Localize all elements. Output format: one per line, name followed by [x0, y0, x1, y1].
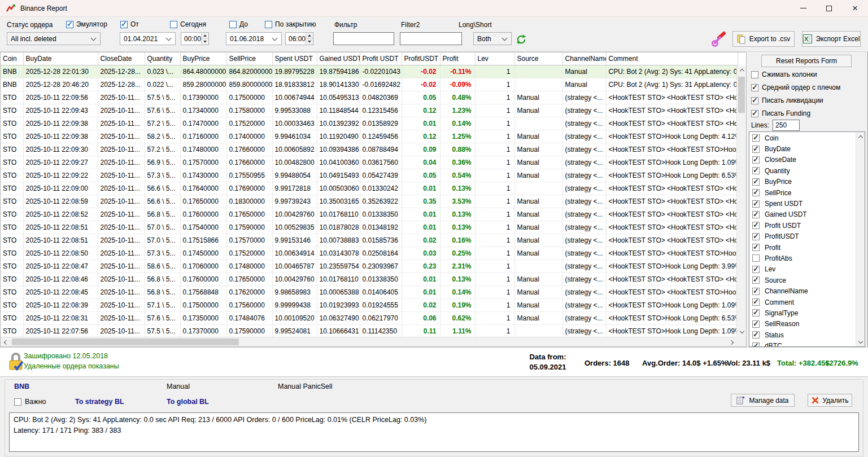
cell-quantity[interactable]: 56.6 \ 5...	[145, 195, 180, 208]
checkbox-box[interactable]	[752, 244, 760, 251]
cell-source[interactable]	[514, 65, 562, 78]
cell-buydate[interactable]: 2025-10-11 22:08:31	[23, 311, 98, 324]
cell-source[interactable]	[514, 117, 562, 130]
cell-closedate[interactable]: 2025-10-11...	[98, 130, 145, 143]
to-time-up-button[interactable]	[306, 33, 313, 38]
column-header-profit-usdt[interactable]: Profit USDT	[360, 52, 402, 65]
cell-buydate[interactable]: 2025-10-11 22:09:27	[23, 156, 98, 169]
cell-closedate[interactable]: 2025-10-11...	[98, 247, 145, 260]
checkbox-box[interactable]	[751, 84, 758, 91]
cell-comment[interactable]: <HookTEST STO> <HookTEST STO> <Hoo	[606, 195, 738, 208]
checkbox-box[interactable]	[752, 276, 760, 284]
cell-gained-usdt[interactable]: 10.23559754	[317, 260, 360, 273]
cell-spent-usdt[interactable]: 10.00429760	[272, 208, 317, 221]
cell-lev[interactable]: 1	[475, 169, 514, 182]
checkbox-box[interactable]	[752, 134, 760, 142]
checkbox-box[interactable]	[752, 189, 760, 196]
to-time-down-button[interactable]	[306, 38, 313, 45]
cell-profit[interactable]: 0.88%	[440, 143, 475, 156]
grid-horizontal-scrollbar[interactable]	[1, 337, 737, 346]
cell-profit[interactable]: -0.09%	[440, 78, 475, 91]
cell-profit-usdt[interactable]: 0.01585736	[360, 234, 402, 247]
column-header-profit[interactable]: Profit	[440, 52, 475, 65]
cell-sellprice[interactable]: 0.17580000	[226, 104, 272, 117]
lines-input[interactable]: 250	[773, 120, 800, 131]
cell-buydate[interactable]: 2025-10-11 22:09:56	[23, 91, 98, 104]
cell-buyprice[interactable]: 0.17370000	[180, 324, 226, 337]
long-short-select[interactable]: Both	[473, 32, 512, 45]
cell-source[interactable]	[514, 260, 562, 273]
cell-sellprice[interactable]: 0.17650000	[226, 208, 272, 221]
filter2-input[interactable]	[400, 32, 462, 45]
to-date-select[interactable]: 01.06.2018	[226, 32, 282, 45]
cell-channelname[interactable]: (strategy <...	[562, 298, 606, 311]
column-toggle-sellprice[interactable]: SellPrice	[749, 187, 856, 198]
cell-quantity[interactable]: 57.5 \ 5...	[145, 324, 180, 337]
cell-gained-usdt[interactable]: 10.04915493	[317, 169, 360, 182]
cell-gained-usdt[interactable]: 10.05495313	[317, 91, 360, 104]
cell-gained-usdt[interactable]: 10.11848544	[317, 104, 360, 117]
cell-closedate[interactable]: 2025-10-11...	[98, 221, 145, 234]
cell-channelname[interactable]: (strategy <...	[562, 195, 606, 208]
cell-quantity[interactable]: 56.6 \ 5...	[145, 182, 180, 195]
cell-profit-usdt[interactable]: 0.06217970	[360, 311, 402, 324]
cell-coin[interactable]: STO	[1, 117, 23, 130]
cell-comment[interactable]: <HookTEST STO>Hook Long Depth: 1.09%	[606, 298, 738, 311]
column-toggle-profitabs[interactable]: ProfitAbs	[749, 253, 856, 263]
cell-quantity[interactable]: 0.022 \...	[145, 78, 180, 91]
by-close-checkbox-box[interactable]	[265, 21, 272, 28]
cell-profit-usdt[interactable]: 0.01348192	[360, 221, 402, 234]
column-toggle-buydate[interactable]: BuyDate	[749, 143, 856, 154]
cell-source[interactable]: Manual	[514, 156, 562, 169]
option-checkbox-4[interactable]: Писать Funding	[751, 109, 810, 117]
cell-sellprice[interactable]: 0.17480000	[226, 260, 272, 273]
cell-coin[interactable]: BNB	[1, 65, 23, 78]
cell-source[interactable]: Manual	[514, 221, 562, 234]
cell-spent-usdt[interactable]: 9.99524081	[272, 324, 317, 337]
to-checkbox-box[interactable]	[229, 21, 237, 28]
cell-profit-usdt[interactable]: 0.12459456	[360, 130, 402, 143]
cell-coin[interactable]: STO	[1, 156, 23, 169]
cell-lev[interactable]: 1	[475, 221, 514, 234]
cell-buydate[interactable]: 2025-10-11 22:08:45	[23, 285, 98, 298]
today-checkbox-box[interactable]	[170, 21, 177, 28]
cell-channelname[interactable]: (strategy <...	[562, 273, 606, 285]
checkbox-box[interactable]	[752, 342, 760, 347]
cell-comment[interactable]: CPU: Bot 2 (Avg: 1) Sys: 31 AppLatency: …	[606, 78, 738, 91]
cell-sellprice[interactable]: 0.17650000	[226, 273, 272, 285]
cell-profitusdt[interactable]: 0.04	[402, 156, 440, 169]
cell-quantity[interactable]: 57.0 \ 5...	[145, 221, 180, 234]
cell-profit-usdt[interactable]: -0.02201043	[360, 65, 402, 78]
cell-comment[interactable]: <HookTEST STO> <HookTEST STO>Hook	[606, 247, 738, 260]
scroll-down-button[interactable]	[856, 337, 865, 346]
cell-quantity[interactable]: 57.0 \ 5...	[145, 234, 180, 247]
cell-profit[interactable]: 0.13%	[440, 273, 475, 285]
cell-profitusdt[interactable]: -0.02	[402, 65, 440, 78]
cell-closedate[interactable]: 2025-10-11...	[98, 117, 145, 130]
cell-profit[interactable]: 1.23%	[440, 104, 475, 117]
cell-buyprice[interactable]: 0.17640000	[180, 182, 226, 195]
cell-comment[interactable]: <HookTEST STO> <HookTEST STO>Hook	[606, 143, 738, 156]
cell-channelname[interactable]: (strategy <...	[562, 208, 606, 221]
cell-spent-usdt[interactable]: 10.00109520	[272, 311, 317, 324]
cell-closedate[interactable]: 2025-10-11...	[98, 273, 145, 285]
cell-profitusdt[interactable]: -0.02	[402, 78, 440, 91]
cell-coin[interactable]: STO	[1, 221, 23, 234]
cell-gained-usdt[interactable]: 18.90141330	[317, 78, 360, 91]
cell-source[interactable]: Manual	[514, 169, 562, 182]
column-toggle-source[interactable]: Source	[749, 275, 856, 285]
checkbox-box[interactable]	[752, 288, 760, 295]
scroll-right-button[interactable]	[727, 337, 737, 347]
cell-comment[interactable]: <HookTEST STO> <HookTEST STO> <Hoo	[606, 91, 738, 104]
cell-channelname[interactable]: (strategy <...	[562, 143, 606, 156]
cell-coin[interactable]: STO	[1, 285, 23, 298]
tool-injector-icon[interactable]	[712, 30, 726, 47]
cell-quantity[interactable]: 56.8 \ 5...	[145, 273, 180, 285]
table-row[interactable]: STO2025-10-11 22:08:462025-10-11...56.8 …	[1, 273, 738, 285]
cell-channelname[interactable]: (strategy <...	[562, 91, 606, 104]
checkbox-box[interactable]	[751, 97, 758, 104]
cell-profitusdt[interactable]: 0.01	[402, 117, 440, 130]
cell-coin[interactable]: STO	[1, 208, 23, 221]
option-checkbox-2[interactable]: Средний ордер с плечом	[751, 84, 840, 91]
cell-buyprice[interactable]: 0.17500000	[180, 298, 226, 311]
